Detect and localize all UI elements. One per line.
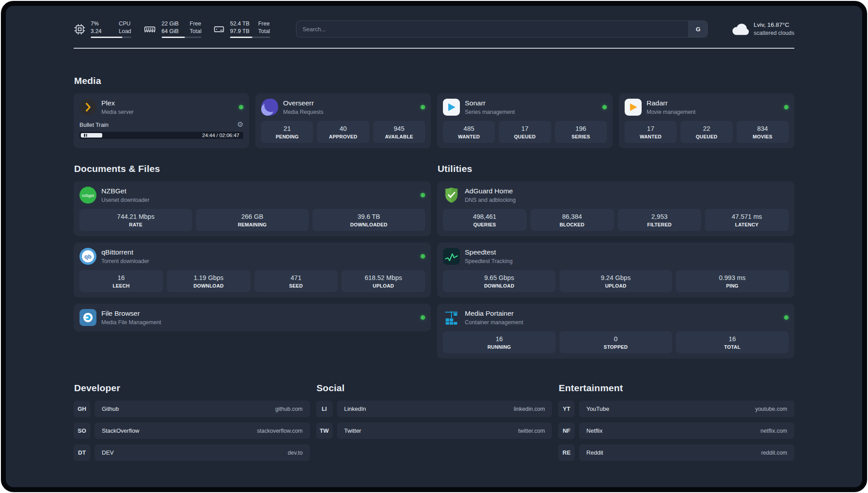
radarr-status-dot [784,105,789,109]
sonarr-subtitle: Series management [465,109,515,115]
ram-icon [143,23,157,35]
portainer-card[interactable]: Media Portainer Container management 16R… [437,304,794,359]
link-row-twitter: TW Twitter twitter.com [316,422,552,439]
weather-widget: Lviv, 16.87°C scattered clouds [732,21,794,37]
search-bar: G [296,21,708,38]
speedtest-icon [443,248,460,265]
stackoverflow-link[interactable]: StackOverflow stackoverflow.com [95,422,310,439]
speedtest-card[interactable]: Speedtest Speedtest Tracking 9.65 GbpsDO… [437,242,794,297]
overseerr-stat-approved: 40APPROVED [317,121,369,143]
sonarr-status-dot [602,105,607,109]
overseerr-subtitle: Media Requests [283,109,323,115]
link-row-dev: DT DEV dev.to [74,444,310,461]
adguard-subtitle: DNS and adblocking [465,197,516,203]
cpu-percent: 7% [91,20,112,28]
reddit-badge[interactable]: RE [558,444,575,461]
section-social: Social LI LinkedIn linkedin.com TW Twitt… [316,383,552,461]
nzbget-subtitle: Usenet downloader [101,197,150,203]
filebrowser-card[interactable]: File Browser Media File Management [74,304,431,331]
svg-text:qb: qb [84,253,92,260]
youtube-badge[interactable]: YT [558,401,575,417]
qbittorrent-card[interactable]: qb qBittorrent Torrent downloader 16LEEC… [74,242,431,297]
cpu-load-label: Load [119,28,131,35]
portainer-icon [443,309,460,326]
github-link[interactable]: Github github.com [95,401,310,417]
sonarr-card[interactable]: Sonarr Series management 485WANTED 17QUE… [437,93,613,148]
sonarr-stat-series: 196SERIES [555,121,607,143]
speedtest-name: Speedtest [465,248,513,257]
reddit-link[interactable]: Reddit reddit.com [579,444,794,461]
disk-free-value: 52.4 TB [230,20,251,28]
qbittorrent-stat-seed: 471SEED [255,270,338,292]
gear-icon[interactable]: ⚙ [237,121,243,128]
plex-progress-bar[interactable]: 24:44 / 02:06:47 [79,132,243,139]
cpu-label: CPU [119,20,130,28]
nzbget-name: NZBGet [101,187,150,196]
adguard-stat-blocked: 86,384BLOCKED [530,209,614,231]
plex-status-dot [239,105,243,109]
section-utilities: Utilities AdGuard Home DNS and adblockin… [437,163,794,359]
overseerr-name: Overseerr [283,99,323,108]
sonarr-stat-wanted: 485WANTED [443,121,495,143]
documents-section-title: Documents & Files [74,163,431,174]
radarr-stat-queued: 22QUEUED [680,121,732,143]
nzbget-stat-remaining: 266 GBREMAINING [196,209,309,231]
overseerr-stat-pending: 21PENDING [261,121,313,143]
plex-now-playing: Bullet Train [79,121,108,128]
overseerr-stat-available: 945AVAILABLE [373,121,425,143]
radarr-name: Radarr [647,99,696,108]
speedtest-stat-ping: 0.993 msPING [676,270,789,292]
plex-card[interactable]: Plex Media server Bullet Train ⚙ 24:44 /… [74,93,249,148]
radarr-stat-movies: 834MOVIES [737,121,789,143]
sonarr-stat-queued: 17QUEUED [499,121,551,143]
ram-free-label: Free [190,20,201,28]
search-engine-button[interactable]: G [689,21,707,37]
github-badge[interactable]: GH [74,401,90,417]
disk-free-label: Free [258,20,270,28]
youtube-link[interactable]: YouTube youtube.com [579,401,794,417]
twitter-badge[interactable]: TW [316,422,333,439]
section-documents: Documents & Files nzbget NZBGet Usenet d… [74,163,431,359]
disk-metric: 52.4 TBFree 97.9 TBTotal [213,20,270,38]
qbittorrent-stat-upload: 618.52 MbpsUPLOAD [342,270,425,292]
cpu-metric: 7%CPU 3.24Load [74,20,131,38]
radarr-card[interactable]: Radarr Movie management 17WANTED 22QUEUE… [619,93,794,148]
linkedin-badge[interactable]: LI [316,401,333,417]
nzbget-stat-rate: 744.21 MbpsRATE [79,209,192,231]
link-row-stackoverflow: SO StackOverflow stackoverflow.com [74,422,310,439]
weather-location: Lviv, 16.87°C [754,21,794,29]
twitter-link[interactable]: Twitter twitter.com [337,422,552,439]
qbittorrent-name: qBittorrent [101,248,149,257]
adguard-card[interactable]: AdGuard Home DNS and adblocking 498,461Q… [437,181,794,236]
topbar-divider [74,48,794,49]
nzbget-card[interactable]: nzbget NZBGet Usenet downloader 744.21 M… [74,181,431,236]
ram-total-label: Total [190,28,201,35]
filebrowser-name: File Browser [101,309,161,318]
portainer-stat-stopped: 0STOPPED [559,331,672,353]
svg-text:nzbget: nzbget [82,193,94,198]
search-input[interactable] [296,21,689,37]
stackoverflow-badge[interactable]: SO [74,422,90,439]
plex-subtitle: Media server [101,109,134,115]
qbittorrent-icon: qb [79,248,96,265]
developer-section-title: Developer [74,383,310,393]
dashboard-frame: 7%CPU 3.24Load 22 GiBFree 64 GiBTotal [1,1,867,492]
overseerr-card[interactable]: Overseerr Media Requests 21PENDING 40APP… [255,93,431,148]
utilities-section-title: Utilities [438,163,794,174]
link-row-reddit: RE Reddit reddit.com [558,444,794,461]
netflix-badge[interactable]: NF [558,422,575,439]
dashboard-content: 7%CPU 3.24Load 22 GiBFree 64 GiBTotal [6,6,862,487]
portainer-name: Media Portainer [465,309,523,318]
adguard-name: AdGuard Home [465,187,516,196]
netflix-link[interactable]: Netflix netflix.com [579,422,794,439]
pause-icon[interactable] [84,134,87,137]
top-bar: 7%CPU 3.24Load 22 GiBFree 64 GiBTotal [74,17,794,41]
dev-link[interactable]: DEV dev.to [95,444,310,461]
qbittorrent-status-dot [421,254,425,259]
filebrowser-icon [79,309,96,326]
radarr-icon [625,99,642,116]
dev-badge[interactable]: DT [74,444,90,461]
linkedin-link[interactable]: LinkedIn linkedin.com [337,401,552,417]
portainer-status-dot [784,315,789,320]
adguard-stat-queries: 498,461QUERIES [443,209,526,231]
